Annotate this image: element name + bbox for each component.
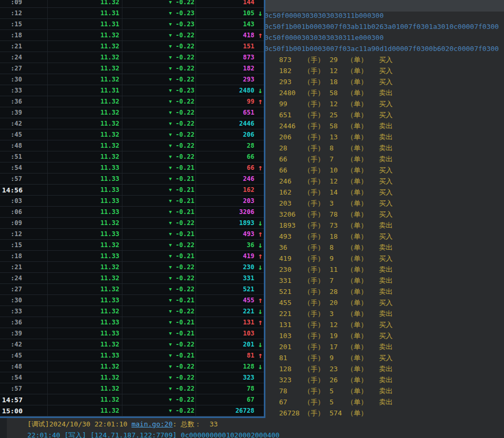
tick-change: ▼-0.22: [122, 142, 196, 149]
tick-change-value: -0.22: [174, 407, 194, 414]
unit-order-label: （单）: [347, 374, 379, 385]
tick-price: 11.32: [47, 54, 122, 61]
tick-row: :3611.33▼-0.21131↑: [0, 317, 264, 328]
tick-volume-value: 151: [243, 43, 254, 50]
trade-count: 9: [330, 352, 347, 363]
tick-volume: 162: [196, 186, 264, 193]
trade-direction: 卖出: [379, 286, 393, 297]
tick-volume: 182: [196, 65, 264, 72]
tick-change: ▼-0.21: [122, 319, 196, 326]
tick-volume: 28: [196, 142, 264, 149]
tick-price: 11.33: [47, 352, 122, 359]
unit-order-label: （单）: [347, 220, 379, 231]
trade-volume: 2446: [279, 120, 304, 131]
tick-price: 11.32: [47, 98, 122, 105]
tick-time: :45: [0, 352, 47, 359]
trade-count: 12: [330, 65, 347, 76]
tick-row: :2111.32▼-0.22230↓: [0, 262, 264, 273]
tick-volume: 151: [196, 43, 264, 50]
tick-volume: 419↑: [196, 252, 264, 260]
unit-hand-label: （手）: [304, 264, 330, 275]
tick-volume-value: 1893: [239, 219, 254, 227]
tick-volume-value: 2446: [239, 120, 254, 127]
main-go-link[interactable]: main.go:20: [131, 420, 172, 428]
tick-price: 11.32: [47, 76, 122, 83]
tick-time: 15:00: [0, 407, 47, 415]
tick-volume-value: 651: [243, 109, 254, 116]
triangle-down-icon: ▼: [169, 66, 172, 71]
trade-count: 18: [330, 231, 347, 242]
tick-volume-value: 521: [243, 286, 254, 293]
tick-volume: 246: [196, 175, 264, 182]
unit-hand-label: （手）: [304, 54, 330, 65]
tick-row: :4511.32▼-0.22206: [0, 129, 264, 140]
tick-row: 15:0011.32▼-0.2226728: [0, 405, 264, 416]
tick-volume-value: 182: [243, 65, 254, 72]
tick-price: 11.32: [47, 374, 122, 381]
unit-order-label: （单）: [347, 408, 379, 419]
tick-price: 11.32: [47, 109, 122, 116]
trade-count: 58: [330, 87, 347, 98]
tick-time: :18: [0, 252, 47, 260]
triangle-down-icon: ▼: [169, 11, 172, 16]
tick-row: :0611.33▼-0.213206: [0, 207, 264, 218]
tick-price: 11.32: [47, 241, 122, 249]
tick-volume-value: 455: [243, 297, 254, 304]
tick-volume-value: 873: [243, 54, 254, 61]
tick-price: 11.32: [47, 274, 122, 282]
tick-change-value: -0.22: [174, 286, 194, 293]
trade-direction: 买入: [379, 109, 393, 120]
unit-order-label: （单）: [347, 297, 379, 308]
unit-order-label: （单）: [347, 385, 379, 396]
tick-volume-value: 493: [243, 230, 254, 238]
tick-price: 11.33: [47, 164, 122, 171]
trade-direction: 买入: [379, 297, 393, 308]
tick-row: :2111.32▼-0.22151: [0, 41, 264, 52]
trade-volume: 246: [279, 176, 304, 187]
tick-time: :48: [0, 363, 47, 370]
tick-volume-value: 26728: [235, 407, 254, 414]
trade-direction: 买入: [379, 187, 393, 198]
tick-table-window: :0911.32▼-0.22144:1211.31▼-0.23105↓:1511…: [0, 0, 265, 418]
unit-hand-label: （手）: [304, 385, 330, 396]
tick-volume: 99↑: [196, 98, 264, 105]
tick-change-value: -0.22: [174, 396, 194, 403]
tick-price: 11.32: [47, 308, 122, 315]
tick-change-value: -0.22: [174, 241, 194, 249]
tick-price: 11.32: [47, 407, 122, 414]
triangle-down-icon: ▼: [169, 220, 172, 226]
tick-volume: 493↑: [196, 230, 264, 238]
trade-direction: 买入: [379, 54, 393, 65]
tick-volume-value: 206: [243, 131, 254, 138]
tick-row: :4211.32▼-0.22201↓: [0, 339, 264, 350]
unit-order-label: （单）: [347, 264, 379, 275]
trade-direction: 买入: [379, 231, 393, 242]
tick-change-value: -0.22: [174, 363, 194, 370]
tick-change: ▼-0.21: [122, 352, 196, 359]
tick-time: :57: [0, 385, 47, 392]
tick-price: 11.32: [47, 0, 122, 6]
triangle-down-icon: ▼: [169, 342, 172, 347]
tick-time: :09: [0, 219, 47, 227]
tick-time: :21: [0, 43, 47, 50]
triangle-down-icon: ▼: [169, 353, 172, 358]
triangle-down-icon: ▼: [169, 298, 172, 303]
tick-volume-value: 78: [247, 385, 254, 392]
unit-hand-label: （手）: [304, 297, 330, 308]
tick-change: ▼-0.21: [122, 230, 196, 238]
tick-change-value: -0.22: [174, 341, 194, 348]
trade-direction: 买入: [379, 352, 393, 363]
tick-row: :2411.32▼-0.22331: [0, 273, 264, 284]
trade-count: 29: [330, 54, 347, 65]
tick-price: 11.33: [47, 230, 122, 238]
tick-time: :54: [0, 374, 47, 381]
tick-change-value: -0.22: [174, 131, 194, 138]
tick-change-value: -0.21: [174, 208, 194, 216]
tick-change-value: -0.22: [174, 308, 194, 315]
trade-count: 12: [330, 176, 347, 187]
triangle-down-icon: ▼: [169, 276, 172, 281]
tick-change: ▼-0.21: [122, 186, 196, 193]
unit-hand-label: （手）: [304, 98, 330, 109]
triangle-down-icon: ▼: [169, 110, 172, 115]
arrow-up-icon: ↑: [257, 230, 263, 238]
